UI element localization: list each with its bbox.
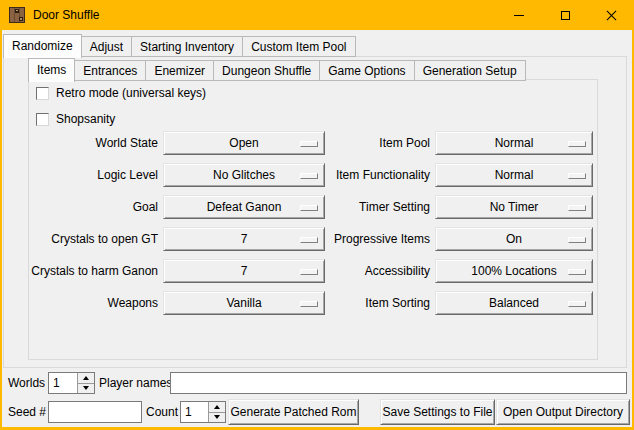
- crystals-ganon-label: Crystals to harm Ganon: [2, 259, 158, 283]
- maximize-icon: [561, 11, 570, 20]
- progressive-items-label: Progressive Items: [274, 227, 430, 251]
- worlds-value: 1: [49, 373, 77, 393]
- tab-generation-setup[interactable]: Generation Setup: [414, 60, 526, 81]
- item-sorting-label: Item Sorting: [274, 291, 430, 315]
- item-pool-value: Normal: [495, 136, 534, 150]
- generate-patched-rom-button[interactable]: Generate Patched Rom: [228, 399, 359, 425]
- shopsanity-label: Shopsanity: [56, 112, 115, 126]
- title-bar: Door Shuffle: [0, 0, 634, 30]
- dropdown-indicator-icon: [568, 173, 586, 179]
- logic-level-value: No Glitches: [213, 168, 275, 182]
- player-names-input[interactable]: [170, 372, 627, 394]
- weapons-value: Vanilla: [226, 296, 261, 310]
- crystals-gt-value: 7: [241, 232, 248, 246]
- minimize-icon: [514, 15, 524, 16]
- save-settings-button[interactable]: Save Settings to File: [380, 399, 495, 425]
- accessibility-dropdown[interactable]: 100% Locations: [435, 259, 593, 283]
- client-area: Randomize Adjust Starting Inventory Cust…: [2, 30, 632, 427]
- world-state-label: World State: [2, 131, 158, 155]
- tab-enemizer[interactable]: Enemizer: [145, 60, 214, 81]
- open-output-directory-button[interactable]: Open Output Directory: [496, 399, 630, 425]
- tab-starting-inventory[interactable]: Starting Inventory: [131, 36, 243, 57]
- worlds-spinner[interactable]: 1: [48, 372, 95, 394]
- window-title: Door Shuffle: [33, 0, 100, 30]
- close-button[interactable]: [588, 0, 634, 30]
- tab-game-options[interactable]: Game Options: [319, 60, 414, 81]
- arrow-up-icon: [83, 376, 89, 380]
- crystals-ganon-value: 7: [241, 264, 248, 278]
- dropdown-indicator-icon: [568, 301, 586, 307]
- maximize-button[interactable]: [542, 0, 588, 30]
- retro-mode-label: Retro mode (universal keys): [56, 86, 206, 100]
- player-names-label: Player names: [99, 372, 172, 394]
- item-sorting-value: Balanced: [489, 296, 539, 310]
- count-label: Count: [146, 401, 178, 423]
- item-functionality-value: Normal: [495, 168, 534, 182]
- weapons-label: Weapons: [2, 291, 158, 315]
- dropdown-indicator-icon: [568, 269, 586, 275]
- worlds-spinner-buttons: [77, 373, 94, 393]
- timer-setting-label: Timer Setting: [274, 195, 430, 219]
- arrow-down-icon: [214, 415, 220, 419]
- world-state-value: Open: [229, 136, 258, 150]
- retro-mode-row: Retro mode (universal keys): [36, 86, 206, 100]
- count-value: 1: [181, 402, 208, 422]
- dropdown-indicator-icon: [568, 141, 586, 147]
- accessibility-label: Accessibility: [274, 259, 430, 283]
- dropdown-indicator-icon: [568, 237, 586, 243]
- worlds-label: Worlds: [8, 372, 45, 394]
- spin-down-button[interactable]: [78, 384, 94, 394]
- minimize-button[interactable]: [496, 0, 542, 30]
- seed-input[interactable]: [48, 401, 142, 423]
- count-spinner[interactable]: 1: [180, 401, 226, 423]
- logic-level-label: Logic Level: [2, 163, 158, 187]
- app-window: Door Shuffle Randomize Adjust Starting I…: [0, 0, 634, 430]
- item-functionality-dropdown[interactable]: Normal: [435, 163, 593, 187]
- tab-entrances[interactable]: Entrances: [74, 60, 146, 81]
- close-icon: [605, 9, 618, 22]
- goal-value: Defeat Ganon: [207, 200, 282, 214]
- timer-setting-dropdown[interactable]: No Timer: [435, 195, 593, 219]
- accessibility-value: 100% Locations: [471, 264, 556, 278]
- door-icon: [9, 7, 25, 23]
- arrow-down-icon: [83, 386, 89, 390]
- progressive-items-dropdown[interactable]: On: [435, 227, 593, 251]
- item-functionality-label: Item Functionality: [274, 163, 430, 187]
- seed-label: Seed #: [8, 401, 46, 423]
- shopsanity-checkbox[interactable]: [36, 113, 49, 126]
- item-pool-label: Item Pool: [274, 131, 430, 155]
- retro-mode-checkbox[interactable]: [36, 87, 49, 100]
- progressive-items-value: On: [506, 232, 522, 246]
- count-spinner-buttons: [208, 402, 225, 422]
- tab-adjust[interactable]: Adjust: [81, 36, 132, 57]
- tab-custom-item-pool[interactable]: Custom Item Pool: [242, 36, 355, 57]
- tab-dungeon-shuffle[interactable]: Dungeon Shuffle: [213, 60, 320, 81]
- item-pool-dropdown[interactable]: Normal: [435, 131, 593, 155]
- dropdown-indicator-icon: [568, 205, 586, 211]
- goal-label: Goal: [2, 195, 158, 219]
- spin-down-button[interactable]: [209, 413, 225, 423]
- tab-items[interactable]: Items: [28, 58, 75, 82]
- timer-setting-value: No Timer: [490, 200, 539, 214]
- sub-tab-bar: Items Entrances Enemizer Dungeon Shuffle…: [28, 57, 525, 81]
- item-sorting-dropdown[interactable]: Balanced: [435, 291, 593, 315]
- spin-up-button[interactable]: [78, 373, 94, 384]
- crystals-gt-label: Crystals to open GT: [2, 227, 158, 251]
- arrow-up-icon: [214, 405, 220, 409]
- tab-randomize[interactable]: Randomize: [3, 34, 82, 58]
- shopsanity-row: Shopsanity: [36, 112, 115, 126]
- main-tab-bar: Randomize Adjust Starting Inventory Cust…: [3, 33, 355, 57]
- spin-up-button[interactable]: [209, 402, 225, 413]
